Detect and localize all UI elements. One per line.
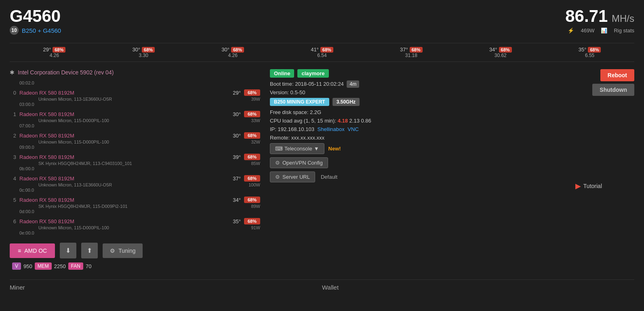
ip-line: IP: 192.168.10.103 Shellinabox VNC xyxy=(270,126,634,132)
cpu-load-value: 4.18 xyxy=(338,118,348,124)
gpu-temp: 29° xyxy=(226,90,241,96)
rig-stats-link[interactable]: Rig stats xyxy=(614,28,634,34)
gpu-temp: 30° xyxy=(226,111,241,117)
footer-row: Miner Wallet xyxy=(10,279,634,291)
tuning-button[interactable]: ⚙ Tuning xyxy=(103,243,143,258)
server-url-button[interactable]: ⚙ Server URL xyxy=(270,171,315,182)
gpu0-temp: 29° xyxy=(43,47,51,53)
gpu-index: 6 xyxy=(10,218,16,224)
gpu-entry-0: 0 Radeon RX 580 8192M 29° 68% Unknown Mi… xyxy=(10,89,260,107)
rig-count-badge: 10 xyxy=(10,26,19,35)
gpu5-fan: 68% xyxy=(499,47,512,53)
gpu-watts: 32W xyxy=(244,140,260,144)
gpu-fan: 68% xyxy=(244,154,260,160)
gpu2-mhz: 4.26 xyxy=(228,53,237,58)
gpu-fan: 68% xyxy=(244,132,260,139)
gpu4-fan: 68% xyxy=(410,47,423,53)
gpu-addr: 09:00.0 xyxy=(10,145,260,150)
gpu-temp: 30° xyxy=(226,133,241,139)
gpu-name: Radeon RX 580 8192M xyxy=(19,90,223,96)
gpu-watts: 100W xyxy=(244,182,260,187)
gpu-watts: 85W xyxy=(244,161,260,166)
gpu-stat-item: 37° 68% 31.18 xyxy=(366,47,456,58)
shellinabox-link[interactable]: Shellinabox xyxy=(318,126,345,132)
shutdown-button[interactable]: Shutdown xyxy=(592,84,634,96)
gpu-addr: 03:00.0 xyxy=(10,102,260,107)
gpu-entry-5: 5 Radeon RX 580 8192M 34° 68% SK Hynix H… xyxy=(10,197,260,214)
version-line: Version: 0.5-50 xyxy=(270,89,634,95)
gpu-entry-4: 4 Radeon RX 580 8192M 37° 68% Unknown Mi… xyxy=(10,175,260,193)
gear-icon: ⚙ xyxy=(275,174,280,180)
amd-oc-button[interactable]: ≡ AMD OC xyxy=(10,243,55,258)
gpu-stat-item: 29° 68% 4.26 xyxy=(10,47,99,58)
v-badge-label: V xyxy=(12,262,21,270)
gpu4-mhz: 31.18 xyxy=(405,53,417,58)
gpu-watts: 91W xyxy=(244,225,260,230)
gpu-sub-info: SK Hynix H5GQ8H24MJR, 115-D009Pi2-101 xyxy=(38,204,241,209)
openvpn-button[interactable]: ⚙ OpenVPN Config xyxy=(270,157,328,168)
sliders-icon: ≡ xyxy=(18,248,21,254)
gpu-watts: 33W xyxy=(244,118,260,123)
gpu3-temp: 41° xyxy=(311,47,319,53)
gpu-stat-item: 30° 68% 3.30 xyxy=(99,47,188,58)
vnc-link[interactable]: VNC xyxy=(347,126,358,132)
gpu-index: 2 xyxy=(10,133,16,139)
wallet-section: Wallet xyxy=(322,284,634,291)
gpu-temp: 37° xyxy=(226,176,241,182)
gpu-sub-info: SK Hynix H5GQ8H24MJR, 113-C9403100_101 xyxy=(38,161,241,166)
gpu0-fan: 68% xyxy=(53,47,65,53)
miner-badge: claymore xyxy=(297,69,328,78)
gpu-index: 3 xyxy=(10,154,16,160)
gpu3-fan: 68% xyxy=(320,47,333,53)
version-text: Version: 0.5-50 xyxy=(270,89,305,95)
gpu2-temp: 30° xyxy=(221,47,229,53)
gpu-addr: 0e:00.0 xyxy=(10,231,260,235)
gpu-fan: 68% xyxy=(244,197,260,203)
gpu-sub-info: Unknown Micron, 115-D000PIL-100 xyxy=(38,118,241,123)
disk-space-text: Free disk space: 2.2G xyxy=(270,109,321,115)
gpu3-mhz: 6.54 xyxy=(317,53,326,58)
v-value: 950 xyxy=(23,263,32,269)
gpu-sub-info: Unknown Micron, 113-1E3660U-O5R xyxy=(38,97,241,102)
power-icon: ⚡ xyxy=(568,28,574,34)
gpu1-temp: 30° xyxy=(132,47,140,53)
remote-line: Remote: xxx.xx.xxx.xxx xyxy=(270,135,634,141)
gpu-list: ✱ Intel Corporation Device 5902 (rev 04)… xyxy=(10,69,260,270)
gear-icon: ⚙ xyxy=(275,160,280,166)
gpu-name: Radeon RX 580 8192M xyxy=(19,133,223,139)
gpu-stat-item: 30° 68% 4.26 xyxy=(188,47,278,58)
miner-section: Miner xyxy=(10,284,322,291)
right-panel: Reboot Shutdown Online claymore Boot tim… xyxy=(270,69,634,270)
gpu6-fan: 68% xyxy=(588,47,601,53)
gpu-fan: 68% xyxy=(244,89,260,96)
boot-time-text: Boot time: 2018-05-11 20:02:24 xyxy=(270,81,344,87)
reboot-button[interactable]: Reboot xyxy=(600,69,634,81)
gpu-entry-6: 6 Radeon RX 580 8192M 35° 68% Unknown Mi… xyxy=(10,218,260,235)
hw-badge: B250 MINING EXPERT xyxy=(270,98,329,106)
gpu-entry-1: 1 Radeon RX 580 8192M 30° 68% Unknown Mi… xyxy=(10,111,260,128)
gpu-stat-item: 35° 68% 6.55 xyxy=(545,47,634,58)
gpu5-mhz: 30.62 xyxy=(495,53,507,58)
cpu-freq-badge: 3.50GHz xyxy=(333,98,360,106)
gpu-fan: 68% xyxy=(244,218,260,224)
gpu1-mhz: 3.30 xyxy=(139,53,148,58)
gpu-temp: 34° xyxy=(226,197,241,203)
power-value: 469W xyxy=(581,28,594,34)
gpu0-mhz: 4.26 xyxy=(50,53,59,58)
hw-badges: B250 MINING EXPERT 3.50GHz xyxy=(270,98,634,106)
terminal-icon: ⌨ xyxy=(275,146,283,152)
tutorial-button[interactable]: ▶ Tutorial xyxy=(575,182,602,190)
upload-button[interactable]: ⬆ xyxy=(81,243,98,258)
download-button[interactable]: ⬇ xyxy=(60,243,76,258)
gear-tuning-icon: ⚙ xyxy=(110,248,115,254)
new-badge: New! xyxy=(328,146,341,152)
status-row: Online claymore xyxy=(270,69,634,78)
dropdown-icon: ▼ xyxy=(314,146,319,152)
youtube-icon: ▶ xyxy=(575,182,581,190)
boot-ago-badge: 4m xyxy=(347,80,359,88)
gpu-index: 5 xyxy=(10,197,16,203)
teleconsole-button[interactable]: ⌨ Teleconsole ▼ xyxy=(270,143,324,154)
gpu-index: 4 xyxy=(10,176,16,182)
remote-text: Remote: xxx.xx.xxx.xxx xyxy=(270,135,324,141)
cpu-load-prefix: CPU load avg (1, 5, 15 min): xyxy=(270,118,336,124)
